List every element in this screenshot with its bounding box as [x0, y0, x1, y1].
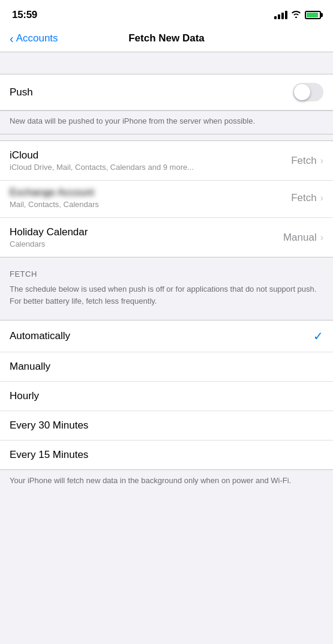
account-name-icloud: iCloud	[10, 149, 291, 161]
option-row-every15[interactable]: Every 15 Minutes	[0, 441, 333, 469]
account-row-blurred[interactable]: Exchange Account Mail, Contacts, Calenda…	[0, 181, 333, 218]
chevron-right-icon-blurred: ›	[320, 193, 323, 203]
status-bar: 15:59	[0, 0, 333, 26]
fetch-options-list: Automatically ✓ Manually Hourly Every 30…	[0, 320, 333, 470]
option-label-every30: Every 30 Minutes	[10, 420, 88, 432]
account-right-icloud: Fetch ›	[291, 155, 323, 167]
account-name-blurred: Exchange Account	[10, 187, 291, 199]
option-row-every30[interactable]: Every 30 Minutes	[0, 411, 333, 441]
signal-bars-icon	[274, 11, 287, 19]
status-time: 15:59	[12, 9, 37, 21]
push-row: Push	[0, 74, 333, 110]
fetch-section-title: FETCH	[10, 269, 323, 278]
account-subtitle-icloud: iCloud Drive, Mail, Contacts, Calendars …	[10, 163, 291, 172]
account-subtitle-blurred: Mail, Contacts, Calendars	[10, 200, 291, 209]
account-row-holiday[interactable]: Holiday Calendar Calendars Manual ›	[0, 218, 333, 257]
section-gap-top	[0, 52, 333, 74]
accounts-list: iCloud iCloud Drive, Mail, Contacts, Cal…	[0, 140, 333, 257]
option-label-every15: Every 15 Minutes	[10, 449, 88, 461]
footer-note: Your iPhone will fetch new data in the b…	[0, 470, 333, 496]
account-name-holiday: Holiday Calendar	[10, 226, 283, 238]
chevron-right-icon-holiday: ›	[320, 232, 323, 243]
account-right-blurred: Fetch ›	[291, 192, 323, 204]
option-row-automatically[interactable]: Automatically ✓	[0, 320, 333, 352]
fetch-section-header: FETCH The schedule below is used when pu…	[0, 257, 333, 320]
option-row-hourly[interactable]: Hourly	[0, 382, 333, 411]
back-chevron-icon: ‹	[10, 32, 14, 44]
account-status-icloud: Fetch	[291, 155, 317, 167]
nav-bar: ‹ Accounts Fetch New Data	[0, 26, 333, 52]
section-gap-accounts	[0, 134, 333, 140]
account-info-holiday: Holiday Calendar Calendars	[10, 226, 283, 248]
account-info-icloud: iCloud iCloud Drive, Mail, Contacts, Cal…	[10, 149, 291, 172]
push-label: Push	[10, 86, 33, 98]
checkmark-icon-automatically: ✓	[313, 329, 323, 343]
battery-icon	[305, 11, 321, 19]
account-info-blurred: Exchange Account Mail, Contacts, Calenda…	[10, 187, 291, 209]
push-section: Push	[0, 74, 333, 111]
account-right-holiday: Manual ›	[283, 232, 323, 244]
nav-title: Fetch New Data	[128, 32, 205, 44]
option-label-automatically: Automatically	[10, 330, 70, 342]
option-row-manually[interactable]: Manually	[0, 352, 333, 382]
account-status-holiday: Manual	[283, 232, 317, 244]
back-button[interactable]: ‹ Accounts	[10, 32, 58, 44]
account-status-blurred: Fetch	[291, 192, 317, 204]
chevron-right-icon-icloud: ›	[320, 155, 323, 166]
back-label: Accounts	[16, 32, 58, 44]
account-subtitle-holiday: Calendars	[10, 239, 283, 248]
option-label-hourly: Hourly	[10, 390, 39, 402]
option-label-manually: Manually	[10, 361, 50, 373]
wifi-icon	[291, 10, 301, 20]
status-icons	[274, 10, 321, 20]
account-row-icloud[interactable]: iCloud iCloud Drive, Mail, Contacts, Cal…	[0, 141, 333, 181]
toggle-knob	[294, 84, 310, 100]
push-toggle[interactable]	[293, 83, 323, 101]
fetch-description: The schedule below is used when push is …	[10, 283, 323, 316]
battery-fill	[307, 13, 318, 17]
push-description: New data will be pushed to your iPhone f…	[0, 111, 333, 134]
